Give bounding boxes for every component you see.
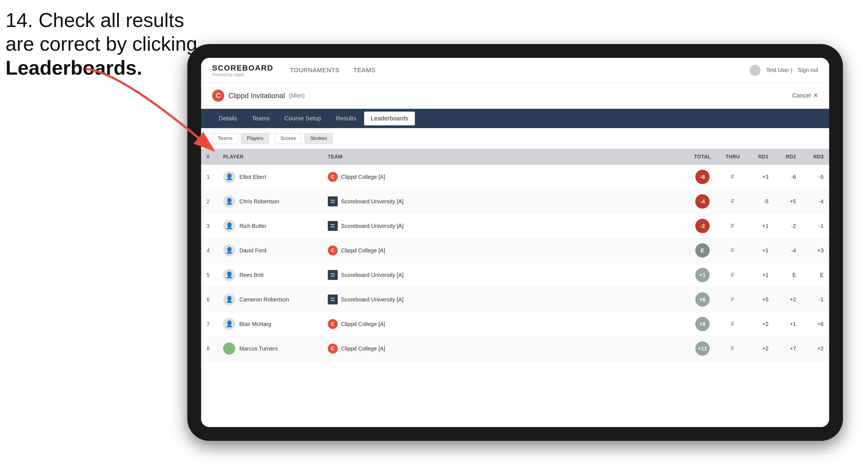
cancel-button[interactable]: Cancel ✕ xyxy=(792,92,818,99)
team-name: Clippd College [A] xyxy=(341,321,385,327)
cell-total: +9 xyxy=(686,312,719,336)
score-badge: +6 xyxy=(695,292,710,307)
filter-players[interactable]: Players xyxy=(241,133,269,144)
cell-rank: 5 xyxy=(201,263,218,287)
cell-thru: F xyxy=(719,189,746,214)
player-name: Rees Britt xyxy=(239,272,264,278)
cell-team: CClippd College [A] xyxy=(322,238,686,263)
filter-scores[interactable]: Scores xyxy=(275,133,302,144)
col-total: TOTAL xyxy=(686,149,719,165)
player-avatar: 👤 xyxy=(223,195,235,208)
player-avatar: 👤 xyxy=(223,220,235,232)
team-name: Clippd College [A] xyxy=(341,174,385,180)
instruction-text: 14. Check all results are correct by cli… xyxy=(5,8,197,80)
player-name: Marcus Turners xyxy=(239,345,278,352)
cell-rd3: +3 xyxy=(802,238,829,263)
cell-rd3: E xyxy=(802,263,829,287)
cell-total: +6 xyxy=(686,287,719,312)
nav-right: Test User | Sign out xyxy=(749,65,818,76)
tab-teams[interactable]: Teams xyxy=(245,112,276,125)
cell-rd2: +5 xyxy=(774,189,802,214)
cell-thru: F xyxy=(719,165,746,189)
player-avatar: 👤 xyxy=(223,293,235,306)
score-badge: -8 xyxy=(695,170,710,184)
filter-strokes[interactable]: Strokes xyxy=(304,133,333,144)
filter-teams[interactable]: Teams xyxy=(212,133,238,144)
cell-rd3: -5 xyxy=(802,165,829,189)
nav-tournaments[interactable]: TOURNAMENTS xyxy=(290,67,340,74)
team-logo-sb: ■■■■■■ xyxy=(328,196,338,206)
player-avatar: 👤 xyxy=(223,318,235,330)
score-badge: +9 xyxy=(695,317,710,331)
cell-team: CClippd College [A] xyxy=(322,336,686,361)
score-badge: +1 xyxy=(695,268,710,282)
table-row: 5👤Rees Britt■■■■■■Scoreboard University … xyxy=(201,263,829,287)
player-name: Blair McHarg xyxy=(239,321,271,327)
player-name: Chris Robertson xyxy=(239,198,279,205)
cell-rank: 4 xyxy=(201,238,218,263)
cell-player: 👤Elliot Ebert xyxy=(218,165,322,189)
team-logo-clippd: C xyxy=(328,172,338,182)
cell-rd3: -4 xyxy=(802,189,829,214)
tab-leaderboards[interactable]: Leaderboards xyxy=(364,112,415,125)
cell-rd1: +2 xyxy=(746,312,774,336)
tournament-gender: (Men) xyxy=(289,92,305,99)
cell-team: ■■■■■■Scoreboard University [A] xyxy=(322,287,686,312)
score-badge: E xyxy=(695,243,710,258)
table-row: 2👤Chris Robertson■■■■■■Scoreboard Univer… xyxy=(201,189,829,214)
cell-rd3: +6 xyxy=(802,312,829,336)
cell-player: 👤Cameron Robertson xyxy=(218,287,322,312)
cell-team: ■■■■■■Scoreboard University [A] xyxy=(322,263,686,287)
filter-row: Teams Players Scores Strokes xyxy=(201,128,829,149)
cell-rd1: +1 xyxy=(746,263,774,287)
cell-rd3: -1 xyxy=(802,214,829,238)
cell-total: +11 xyxy=(686,336,719,361)
cell-rd2: -2 xyxy=(774,214,802,238)
col-rd2: RD2 xyxy=(774,149,802,165)
table-row: 1👤Elliot EbertCClippd College [A]-8F+3-6… xyxy=(201,165,829,189)
cell-player: 👤Chris Robertson xyxy=(218,189,322,214)
player-name: Rich Butler xyxy=(239,223,267,229)
cell-rd3: -1 xyxy=(802,287,829,312)
tab-results[interactable]: Results xyxy=(330,112,363,125)
team-name: Scoreboard University [A] xyxy=(341,223,404,229)
tab-details[interactable]: Details xyxy=(212,112,244,125)
tab-course-setup[interactable]: Course Setup xyxy=(278,112,328,125)
team-name: Scoreboard University [A] xyxy=(341,297,404,303)
leaderboard-table: # PLAYER TEAM TOTAL THRU RD1 RD2 RD3 1👤E… xyxy=(201,149,829,427)
tournament-name: Clippd Invitational xyxy=(228,91,285,100)
logo: SCOREBOARD Powered by clippd xyxy=(212,64,273,77)
cell-total: E xyxy=(686,238,719,263)
score-badge: -4 xyxy=(695,194,710,209)
cell-team: ■■■■■■Scoreboard University [A] xyxy=(322,214,686,238)
table-row: 3👤Rich Butler■■■■■■Scoreboard University… xyxy=(201,214,829,238)
cell-rd1: +2 xyxy=(746,336,774,361)
signout-link[interactable]: Sign out xyxy=(798,67,818,73)
cell-thru: F xyxy=(719,238,746,263)
team-name: Scoreboard University [A] xyxy=(341,272,404,278)
team-logo-sb: ■■■■■■ xyxy=(328,294,338,305)
cell-thru: F xyxy=(719,214,746,238)
cell-rank: 8 xyxy=(201,336,218,361)
col-thru: THRU xyxy=(719,149,746,165)
cell-rd1: +1 xyxy=(746,214,774,238)
table-row: 4👤David FordCClippd College [A]EF+1-4+3 xyxy=(201,238,829,263)
cell-rd2: E xyxy=(774,263,802,287)
cell-total: -2 xyxy=(686,214,719,238)
cell-player: 👤David Ford xyxy=(218,238,322,263)
cell-rd2: +1 xyxy=(774,312,802,336)
table-row: 7👤Blair McHargCClippd College [A]+9F+2+1… xyxy=(201,312,829,336)
col-player: PLAYER xyxy=(218,149,322,165)
nav-teams[interactable]: TEAMS xyxy=(353,67,376,74)
cell-thru: F xyxy=(719,336,746,361)
player-avatar: 👤 xyxy=(223,269,235,281)
table-header-row: # PLAYER TEAM TOTAL THRU RD1 RD2 RD3 xyxy=(201,149,829,165)
score-badge: +11 xyxy=(695,341,710,356)
col-rd1: RD1 xyxy=(746,149,774,165)
team-logo-clippd: C xyxy=(328,319,338,329)
cell-rd1: -5 xyxy=(746,189,774,214)
team-logo-sb: ■■■■■■ xyxy=(328,221,338,231)
table-row: 8Marcus TurnersCClippd College [A]+11F+2… xyxy=(201,336,829,361)
tablet-frame: SCOREBOARD Powered by clippd TOURNAMENTS… xyxy=(187,44,843,441)
cell-team: CClippd College [A] xyxy=(322,165,686,189)
